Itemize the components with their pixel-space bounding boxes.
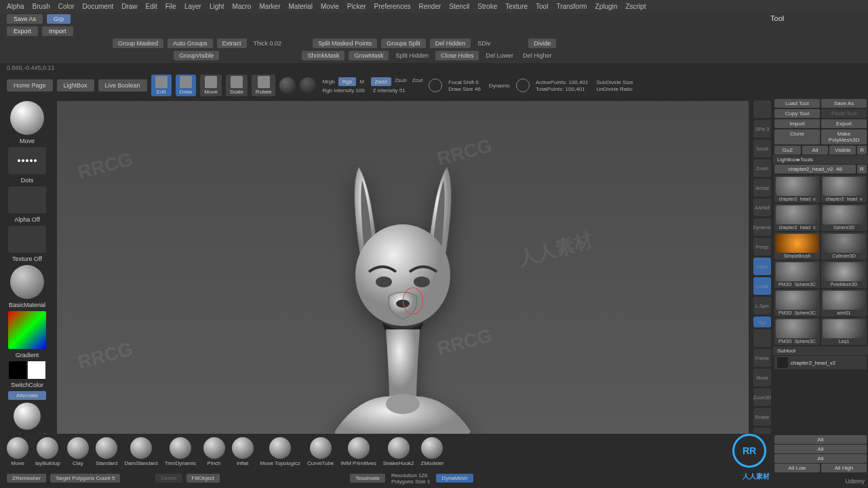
tool-item[interactable]: PM3D_Sphere3C	[774, 318, 820, 345]
frame-button[interactable]: Frame	[753, 349, 771, 367]
rgb-intensity[interactable]: Rgb Intensity 100	[320, 87, 366, 94]
tool-item[interactable]: arm01	[821, 289, 867, 317]
focal-shift[interactable]: Focal Shift 0	[446, 79, 483, 85]
grow-mask[interactable]: GrowMask	[349, 51, 389, 60]
menu-layer[interactable]: Layer	[184, 3, 201, 10]
subtool-item[interactable]: chapter2_head_v2	[774, 356, 867, 369]
draw-mode[interactable]: Draw	[176, 75, 197, 96]
zadd-button[interactable]: Zadd	[371, 77, 391, 86]
tool-item[interactable]: SimpleBrush	[774, 232, 820, 260]
goz-button[interactable]: GoZ	[774, 146, 801, 155]
goz-all[interactable]: All	[802, 146, 829, 155]
menu-file[interactable]: File	[165, 3, 176, 10]
scroll-button[interactable]: Scroll	[753, 140, 771, 157]
local-button[interactable]: Local	[753, 277, 771, 295]
thick-value[interactable]: Thick 0.02	[251, 40, 285, 47]
brush-inflat[interactable]: Inflat	[232, 437, 254, 466]
lsym-button[interactable]: L.Sym	[753, 297, 771, 314]
gyro-icon[interactable]	[279, 77, 296, 94]
alpha-slot[interactable]	[8, 186, 46, 214]
dynamesh-button[interactable]: DynaMesh	[436, 474, 473, 483]
group-visible[interactable]: GroupVisible	[174, 51, 219, 60]
move-mode[interactable]: Move	[200, 75, 222, 96]
dynamic-toggle[interactable]: Dynamic	[487, 83, 512, 89]
menu-stroke[interactable]: Stroke	[477, 3, 497, 10]
focal-icon[interactable]	[429, 79, 442, 92]
goz-r[interactable]: R	[857, 146, 867, 155]
brush-snakehook2[interactable]: SnakeHook2	[383, 437, 414, 466]
menu-render[interactable]: Render	[419, 3, 441, 10]
menu-macro[interactable]: Macro	[233, 3, 252, 10]
brush-pinch[interactable]: Pinch	[203, 437, 225, 466]
color-picker[interactable]	[8, 311, 46, 349]
brush-thumbnail[interactable]	[10, 101, 44, 135]
menu-zplugin[interactable]: Zplugin	[595, 3, 618, 10]
zoom3d-button[interactable]: Zoom3D	[753, 388, 771, 406]
rgb-button[interactable]: Rgb	[338, 77, 357, 86]
tool-item[interactable]: Leg1	[821, 318, 867, 345]
brush-clay[interactable]: Clay	[67, 437, 89, 466]
depth-icon[interactable]	[516, 79, 530, 92]
move-view[interactable]: Move	[753, 369, 771, 386]
switch-color[interactable]: SwitchColor	[11, 382, 43, 388]
tool-item[interactable]: PM3D_Sphere3C	[774, 289, 820, 317]
rotate-view[interactable]: Rotate	[753, 408, 771, 426]
brush-trimdynamic[interactable]: TrimDynamic	[165, 437, 197, 466]
menu-alpha[interactable]: Alpha	[7, 3, 24, 10]
zcut-button[interactable]: Zcut	[410, 77, 425, 86]
brush-zmodeler[interactable]: ZModeler	[421, 437, 444, 466]
copy-tool[interactable]: Copy Tool	[774, 109, 820, 118]
zoom-button[interactable]: Zoom	[753, 159, 771, 177]
menu-light[interactable]: Light	[210, 3, 224, 10]
close-holes[interactable]: Close Holes	[435, 51, 479, 60]
split-masked[interactable]: Split Masked Points	[313, 39, 377, 48]
target-poly-count[interactable]: Target Polygons Count 5	[50, 474, 121, 483]
saveas-tool[interactable]: Save As	[821, 99, 867, 108]
del-lower[interactable]: Del Lower	[483, 52, 516, 59]
delete-button[interactable]: Delete	[155, 474, 182, 483]
filter-all-low[interactable]: All Low	[774, 464, 820, 472]
del-hidden[interactable]: Del Hidden	[430, 39, 471, 48]
menu-color[interactable]: Color	[58, 3, 75, 10]
filter-all-3[interactable]: All	[774, 454, 867, 463]
mrgb-label[interactable]: Mrgb	[320, 79, 336, 85]
shrink-mask[interactable]: ShrinkMask	[302, 51, 344, 60]
material-thumbnail[interactable]	[10, 265, 44, 299]
save-as-button[interactable]: Save As	[7, 14, 43, 24]
fillobject-button[interactable]: FillObject	[186, 474, 220, 483]
rotate-mode[interactable]: Rotate	[252, 75, 276, 96]
export-button[interactable]: Export	[7, 26, 38, 36]
color-swatches[interactable]	[9, 361, 45, 379]
menu-brush[interactable]: Brush	[33, 3, 50, 10]
menu-transform[interactable]: Transform	[556, 3, 587, 10]
menu-preferences[interactable]: Preferences	[374, 3, 411, 10]
live-boolean[interactable]: Live Boolean	[98, 79, 147, 92]
tool-item[interactable]: chapter2_head_v	[774, 176, 820, 203]
texture-slot[interactable]	[8, 226, 46, 253]
actual-button[interactable]: Actual	[753, 179, 771, 197]
make-polymesh[interactable]: Make PolyMesh3D	[821, 129, 867, 144]
tool-item[interactable]: Sphere3D	[821, 204, 867, 231]
extract-button[interactable]: Extract	[217, 39, 247, 48]
del-higher[interactable]: Del Higher	[520, 52, 555, 59]
center-icon[interactable]	[753, 329, 771, 347]
lightbox-tools[interactable]: Lightbox▸Tools	[773, 155, 868, 164]
viewport[interactable]: RRCG RRCG RRCG RRCG 人人素材	[57, 101, 749, 455]
m-button[interactable]: M	[357, 79, 366, 85]
tool-item[interactable]: chapter2_head_v	[821, 176, 867, 203]
xyz-button[interactable]: Xyz	[753, 317, 771, 327]
draw-size[interactable]: Draw Size 46	[446, 86, 483, 92]
paste-tool[interactable]: Paste Tool	[821, 109, 867, 118]
filter-all-2[interactable]: All	[774, 445, 867, 453]
zsub-button[interactable]: Zsub	[393, 77, 409, 86]
brush-move topologicz[interactable]: Move Topologicz	[260, 437, 300, 466]
export-tool[interactable]: Export	[821, 119, 867, 128]
menu-marker[interactable]: Marker	[259, 3, 280, 10]
menu-zscript[interactable]: Zscript	[625, 3, 646, 10]
groups-split[interactable]: Groups Split	[381, 39, 426, 48]
load-tool[interactable]: Load Tool	[774, 99, 820, 108]
tool-item[interactable]: PolyMesh3D	[821, 261, 867, 288]
brush-damstandard[interactable]: DamStandard	[124, 437, 157, 466]
tool-item[interactable]: chapter2_head_v	[774, 204, 820, 231]
home-page-tab[interactable]: Home Page	[7, 79, 53, 92]
